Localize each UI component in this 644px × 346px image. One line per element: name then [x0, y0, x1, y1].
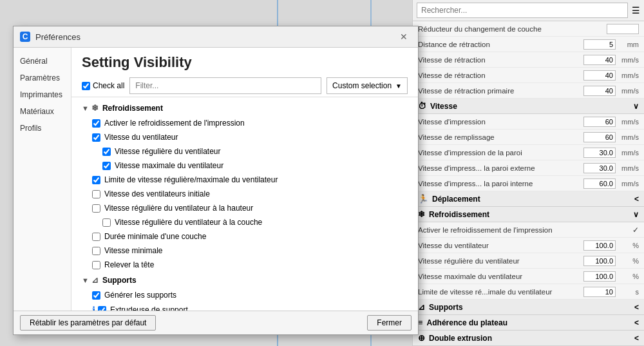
custom-selection-dropdown[interactable]: Custom selection ▼: [327, 77, 408, 94]
tree-section-label: Refroidissement: [102, 104, 163, 113]
collapse-icon: ▼: [82, 276, 89, 284]
row-unit: mm/s: [618, 180, 639, 187]
item-checkbox-limite-vitesse[interactable]: [92, 176, 100, 184]
row-input[interactable]: [583, 163, 616, 173]
dialog-body: Général Paramètres Imprimantes Matériaux…: [14, 48, 418, 311]
row-label: Vitesse maximale du ventilateur: [418, 273, 583, 280]
section-double-extrusion-label: Double extrusion: [429, 334, 492, 343]
item-checkbox-duree-minimale[interactable]: [92, 233, 100, 241]
table-row: Limite de vitesse ré...imale du ventilat…: [413, 284, 644, 300]
section-refroidissement-right[interactable]: ❄ Refroidissement ∨: [413, 207, 644, 222]
chevron-left-icon: <: [634, 195, 639, 204]
close-dialog-button[interactable]: Fermer: [367, 315, 412, 331]
sidebar-item-materiaux[interactable]: Matériaux: [14, 103, 71, 120]
tree-section-refroidissement[interactable]: ▼ ❄ Refroidissement: [71, 100, 418, 116]
tree-item-generer-supports: Générer les supports: [71, 288, 418, 302]
table-row: Vitesse de rétraction primaire mm/s: [413, 83, 644, 99]
move-icon: 🏃: [418, 194, 428, 204]
row-input[interactable]: [583, 287, 616, 297]
tree-item-duree-minimale: Durée minimale d'une couche: [71, 229, 418, 244]
item-label: Extrudeuse de support: [110, 305, 188, 311]
table-row: Vitesse de rétraction mm/s: [413, 52, 644, 68]
row-label: Vitesse régulière du ventilateur: [418, 257, 583, 265]
tree-item-limite-vitesse: Limite de vitesse régulière/maximale du …: [71, 173, 418, 187]
row-label: Réducteur du changement de couche: [418, 25, 607, 33]
section-deplacement-label: Déplacement: [432, 195, 480, 204]
dialog-titlebar: C Préférences ✕: [14, 26, 418, 48]
section-adherence[interactable]: ≡ Adhérence du plateau <: [413, 315, 644, 331]
section-supports-right[interactable]: ⊿ Supports <: [413, 300, 644, 315]
info-icon: ℹ: [92, 305, 95, 311]
row-input[interactable]: [583, 178, 616, 189]
item-checkbox-generer-supports[interactable]: [92, 291, 100, 300]
row-input[interactable]: [583, 256, 616, 266]
row-check-value: ✓: [607, 226, 639, 235]
row-input[interactable]: [583, 271, 616, 282]
item-checkbox-vitesse-initiale[interactable]: [92, 190, 100, 198]
row-unit: %: [618, 242, 639, 249]
check-all-checkbox[interactable]: [82, 82, 90, 90]
section-vitesse[interactable]: ⏱ Vitesse ∨: [413, 99, 644, 114]
sidebar-item-general[interactable]: Général: [14, 53, 71, 70]
row-label: Vitesse de rétraction: [418, 56, 583, 64]
row-unit: mm/s: [618, 72, 639, 79]
section-adherence-label: Adhérence du plateau: [427, 318, 507, 327]
item-checkbox-vitesse-reguliere[interactable]: [102, 148, 111, 156]
tree-item-vitesse-couche: Vitesse régulière du ventilateur à la co…: [71, 215, 418, 229]
chevron-left-icon: <: [634, 318, 639, 327]
sidebar-item-imprimantes[interactable]: Imprimantes: [14, 86, 71, 103]
right-search-bar: ☰: [413, 0, 644, 21]
tree-item-vitesse-reguliere: Vitesse régulière du ventilateur: [71, 144, 418, 159]
row-label: Vitesse d'impression: [418, 118, 583, 126]
item-label: Vitesse minimale: [104, 246, 162, 255]
adherence-icon: ≡: [418, 318, 423, 327]
tree-section-supports[interactable]: ▼ ⊿ Supports: [71, 272, 418, 288]
row-input[interactable]: [583, 117, 616, 127]
row-input[interactable]: [607, 24, 639, 34]
item-label: Vitesse régulière du ventilateur: [115, 147, 221, 156]
collapse-icon: ▼: [82, 104, 89, 112]
row-label: Vitesse d'impress... la paroi externe: [418, 164, 583, 172]
row-input[interactable]: [583, 55, 616, 65]
row-label: Vitesse du ventilateur: [418, 242, 583, 249]
search-input[interactable]: [417, 3, 628, 18]
row-label: Vitesse de remplissage: [418, 133, 583, 141]
row-input[interactable]: [583, 39, 616, 50]
section-double-extrusion[interactable]: ⊕ Double extrusion <: [413, 331, 644, 346]
row-label: Limite de vitesse ré...imale du ventilat…: [418, 288, 583, 296]
section-deplacement[interactable]: 🏃 Déplacement <: [413, 191, 644, 207]
sidebar-item-profils[interactable]: Profils: [14, 120, 71, 137]
right-rows-container: Réducteur du changement de couche Distan…: [413, 21, 644, 346]
tree-item-vitesse-hauteur: Vitesse régulière du ventilateur à la ha…: [71, 201, 418, 215]
double-extrusion-icon: ⊕: [418, 333, 425, 343]
filter-input[interactable]: [129, 77, 321, 94]
row-input[interactable]: [583, 240, 616, 251]
row-input[interactable]: [583, 132, 616, 142]
item-checkbox-vitesse-maximale[interactable]: [102, 162, 111, 170]
item-checkbox-vitesse-ventilateur[interactable]: [92, 133, 100, 142]
row-unit: %: [618, 257, 639, 265]
item-checkbox-relever-tete[interactable]: [92, 261, 100, 269]
row-unit: s: [618, 288, 639, 296]
item-checkbox-activer[interactable]: [92, 119, 100, 128]
dialog-main: Setting Visibility Check all Custom sele…: [71, 48, 418, 311]
item-checkbox-vitesse-couche[interactable]: [102, 218, 111, 227]
dialog-footer: Rétablir les paramètres par défaut Ferme…: [14, 311, 418, 334]
app-icon: C: [20, 32, 30, 42]
item-label: Vitesse du ventilateur: [104, 133, 178, 142]
row-input[interactable]: [583, 86, 616, 96]
item-checkbox-vitesse-hauteur[interactable]: [92, 204, 100, 213]
menu-icon[interactable]: ☰: [632, 5, 640, 15]
check-all-label[interactable]: Check all: [82, 81, 124, 90]
close-button[interactable]: ✕: [396, 30, 412, 43]
sidebar-item-parametres[interactable]: Paramètres: [14, 70, 71, 86]
reset-button[interactable]: Rétablir les paramètres par défaut: [20, 315, 156, 331]
table-row: Réducteur du changement de couche: [413, 21, 644, 37]
item-checkbox-extrudeuse-support[interactable]: [98, 306, 106, 311]
item-label: Activer le refroidissement de l'impressi…: [104, 119, 245, 128]
item-checkbox-vitesse-minimale[interactable]: [92, 247, 100, 255]
section-supports-right-label: Supports: [429, 303, 463, 312]
row-input[interactable]: [583, 70, 616, 81]
table-row: Activer le refroidissement de l'impressi…: [413, 222, 644, 238]
row-input[interactable]: [583, 148, 616, 158]
